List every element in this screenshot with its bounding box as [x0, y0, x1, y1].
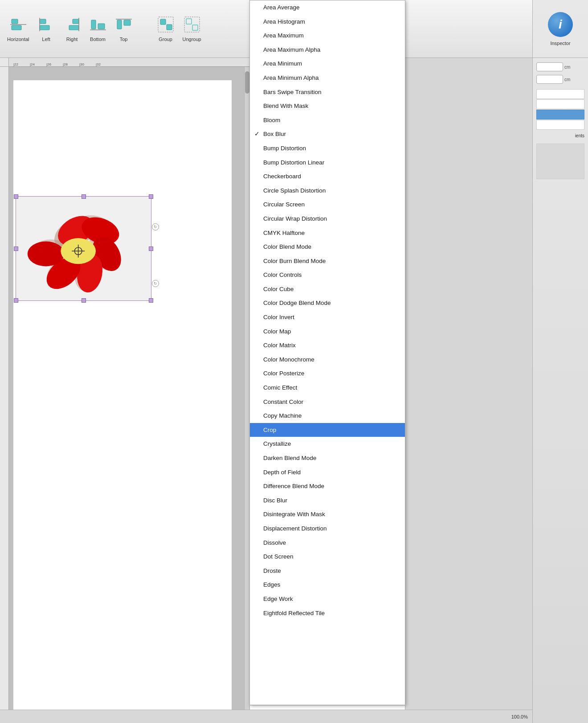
inspector-ingredients-label: ients	[536, 133, 584, 138]
inspector-text-area	[536, 144, 584, 179]
menu-item-difference-blend-mode[interactable]: Difference Blend Mode	[250, 479, 405, 493]
menu-item-color-dodge-blend-mode[interactable]: Color Dodge Blend Mode	[250, 296, 405, 310]
group-button[interactable]: Group	[154, 14, 177, 44]
menu-item-eightfold-reflected-tile[interactable]: Eightfold Reflected Tile	[250, 606, 405, 620]
ruler-corner	[0, 58, 9, 67]
menu-item-disc-blur[interactable]: Disc Blur	[250, 493, 405, 508]
left-align-icon	[37, 16, 55, 35]
handle-top-right[interactable]	[149, 194, 153, 199]
menu-item-edge-work[interactable]: Edge Work	[250, 592, 405, 606]
ruler-tick-26: |26	[46, 62, 51, 66]
inspector-list-item-3[interactable]	[536, 110, 584, 119]
handle-middle-right[interactable]	[149, 246, 153, 251]
inspector-list-item-2[interactable]	[536, 99, 584, 109]
menu-item-circle-splash-distortion[interactable]: Circle Splash Distortion	[250, 184, 405, 198]
inspector-suffix-1: cm	[564, 65, 570, 70]
handle-middle-left[interactable]	[14, 246, 18, 251]
inspector-field-1: cm	[536, 62, 584, 71]
svg-rect-13	[124, 20, 131, 25]
svg-rect-19	[186, 19, 192, 24]
menu-item-area-minimum-alpha[interactable]: Area Minimum Alpha	[250, 71, 405, 85]
menu-item-color-burn-blend-mode[interactable]: Color Burn Blend Mode	[250, 254, 405, 268]
handle-top-center[interactable]	[82, 194, 86, 199]
menu-item-area-maximum[interactable]: Area Maximum	[250, 29, 405, 43]
group-icon	[157, 16, 175, 35]
inspector-input-2[interactable]	[536, 75, 563, 84]
rotation-handle-right[interactable]: ↻	[152, 223, 159, 230]
canvas-area: |22 |24 |26 |28 |30 |32 ↻ ↻	[0, 58, 249, 723]
menu-item-constant-color[interactable]: Constant Color	[250, 395, 405, 409]
svg-rect-16	[160, 19, 166, 25]
inspector-icon[interactable]: i	[548, 12, 573, 37]
right-align-button[interactable]: Right	[61, 14, 84, 44]
menu-item-cmyk-halftone[interactable]: CMYK Halftone	[250, 226, 405, 240]
ruler-ticks: |22 |24 |26 |28 |30 |32	[9, 58, 249, 66]
menu-item-color-blend-mode[interactable]: Color Blend Mode	[250, 240, 405, 254]
menu-item-dot-screen[interactable]: Dot Screen	[250, 550, 405, 564]
horizontal-align-icon	[9, 16, 27, 35]
menu-item-color-matrix[interactable]: Color Matrix	[250, 338, 405, 353]
svg-rect-20	[192, 25, 198, 30]
menu-item-color-invert[interactable]: Color Invert	[250, 310, 405, 325]
bottom-align-button[interactable]: Bottom	[86, 14, 110, 44]
inspector-suffix-2: cm	[564, 77, 570, 82]
horizontal-label: Horizontal	[7, 37, 29, 42]
menu-item-crop[interactable]: Crop	[250, 423, 405, 437]
menu-item-box-blur[interactable]: Box Blur	[250, 127, 405, 141]
inspector-list-item-1[interactable]	[536, 89, 584, 99]
handle-bottom-left[interactable]	[14, 298, 18, 303]
menu-item-bloom[interactable]: Bloom	[250, 113, 405, 127]
menu-item-color-cube[interactable]: Color Cube	[250, 282, 405, 296]
menu-item-blend-with-mask[interactable]: Blend With Mask	[250, 99, 405, 113]
menu-item-dissolve[interactable]: Dissolve	[250, 536, 405, 550]
ruler-tick-24: |24	[30, 62, 35, 66]
ruler-tick-30: |30	[79, 62, 84, 66]
vertical-scrollbar[interactable]	[244, 67, 249, 723]
menu-item-comic-effect[interactable]: Comic Effect	[250, 381, 405, 395]
menu-item-color-monochrome[interactable]: Color Monochrome	[250, 353, 405, 367]
menu-item-circular-wrap-distortion[interactable]: Circular Wrap Distortion	[250, 212, 405, 226]
bottom-align-icon	[89, 16, 107, 35]
inspector-list-item-4[interactable]	[536, 120, 584, 130]
menu-item-displacement-distortion[interactable]: Displacement Distortion	[250, 522, 405, 536]
menu-item-area-minimum[interactable]: Area Minimum	[250, 57, 405, 71]
menu-item-bars-swipe-transition[interactable]: Bars Swipe Transition	[250, 85, 405, 99]
top-align-button[interactable]: Top	[112, 14, 135, 44]
menu-item-area-histogram[interactable]: Area Histogram	[250, 15, 405, 29]
svg-rect-4	[40, 25, 49, 30]
menu-item-disintegrate-with-mask[interactable]: Disintegrate With Mask	[250, 507, 405, 522]
svg-rect-7	[69, 25, 79, 30]
menu-item-darken-blend-mode[interactable]: Darken Blend Mode	[250, 451, 405, 465]
menu-item-crystallize[interactable]: Crystallize	[250, 437, 405, 451]
menu-item-circular-screen[interactable]: Circular Screen	[250, 197, 405, 212]
scrollbar-thumb[interactable]	[245, 71, 249, 94]
handle-bottom-right[interactable]	[149, 298, 153, 303]
menu-item-depth-of-field[interactable]: Depth of Field	[250, 465, 405, 480]
group-label: Group	[159, 37, 172, 42]
menu-item-color-map[interactable]: Color Map	[250, 325, 405, 339]
ungroup-button[interactable]: Ungroup	[180, 14, 204, 44]
bottom-label: Bottom	[90, 37, 106, 42]
menu-item-area-average[interactable]: Area Average	[250, 0, 405, 15]
inspector-header: i Inspector	[533, 0, 588, 58]
scale-handle-right[interactable]: ↻	[152, 280, 159, 287]
svg-rect-17	[167, 25, 172, 30]
flower-image	[18, 199, 147, 297]
inspector-field-2: cm	[536, 75, 584, 84]
handle-bottom-center[interactable]	[82, 298, 86, 303]
menu-item-area-maximum-alpha[interactable]: Area Maximum Alpha	[250, 43, 405, 57]
menu-item-droste[interactable]: Droste	[250, 564, 405, 578]
menu-item-checkerboard[interactable]: Checkerboard	[250, 169, 405, 184]
menu-item-edges[interactable]: Edges	[250, 578, 405, 592]
menu-item-color-posterize[interactable]: Color Posterize	[250, 366, 405, 381]
horizontal-align-button[interactable]: Horizontal	[4, 14, 32, 44]
left-align-button[interactable]: Left	[35, 14, 58, 44]
svg-rect-10	[98, 24, 105, 29]
menu-item-color-controls[interactable]: Color Controls	[250, 268, 405, 282]
flower-selection-box[interactable]: ↻ ↻	[16, 196, 151, 301]
handle-top-left[interactable]	[14, 194, 18, 199]
inspector-input-1[interactable]	[536, 62, 563, 71]
menu-item-bump-distortion-linear[interactable]: Bump Distortion Linear	[250, 156, 405, 170]
menu-item-bump-distortion[interactable]: Bump Distortion	[250, 141, 405, 156]
menu-item-copy-machine[interactable]: Copy Machine	[250, 409, 405, 423]
